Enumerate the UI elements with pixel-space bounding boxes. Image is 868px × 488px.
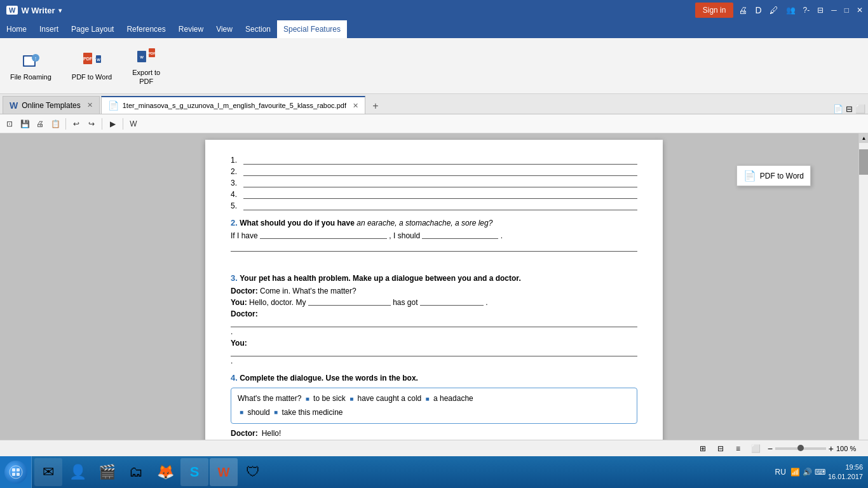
scrollbar-right[interactable]: ▲ ▼ xyxy=(858,133,868,488)
file-roaming-button[interactable]: ↑ File Roaming xyxy=(5,44,57,88)
svg-text:↑: ↑ xyxy=(34,55,37,62)
file-roaming-label: File Roaming xyxy=(10,73,51,81)
menu-bar: Home Insert Page Layout References Revie… xyxy=(0,20,868,38)
scroll-thumb[interactable] xyxy=(859,149,868,175)
main-area: 1. 2. 3. 4. 5. 2. What should you do if … xyxy=(0,133,868,488)
menu-page-layout[interactable]: Page Layout xyxy=(65,20,120,38)
writer-logo: W xyxy=(6,6,18,15)
view-normal[interactable]: ⊞ xyxy=(696,442,709,455)
document-page: 1. 2. 3. 4. 5. 2. What should you do if … xyxy=(205,140,663,478)
taskbar: ✉ 👤 🎬 🗂 🦊 S W 🛡 RU 📶 🔊 ⌨ xyxy=(0,456,868,488)
tab-online-templates[interactable]: W Online Templates ✕ xyxy=(3,96,100,114)
start-orb xyxy=(4,461,27,484)
left-border xyxy=(0,133,3,488)
menu-insert[interactable]: Insert xyxy=(33,20,65,38)
title-icon4[interactable]: 👥 xyxy=(783,6,798,15)
taskbar-app-wps[interactable]: W xyxy=(210,458,238,486)
taskbar-app-mail[interactable]: ✉ xyxy=(34,458,62,486)
exercise2: 2. What should you do if you have an ear… xyxy=(231,218,637,252)
tab-online-templates-icon: W xyxy=(10,100,18,111)
taskbar-app-files[interactable]: 🗂 xyxy=(122,458,150,486)
zoom-minus[interactable]: − xyxy=(768,444,773,454)
maximize-button[interactable]: □ xyxy=(842,6,851,15)
taskbar-right: RU 📶 🔊 ⌨ 19:56 16.01.2017 xyxy=(768,463,868,482)
menu-review[interactable]: Review xyxy=(172,20,210,38)
tool-undo[interactable]: ↩ xyxy=(69,117,83,131)
menu-references[interactable]: References xyxy=(120,20,172,38)
tab-action-2[interactable]: ⊟ xyxy=(846,104,853,114)
svg-rect-16 xyxy=(17,468,20,471)
dialogue1: Doctor: Come in. What's the matter? xyxy=(231,287,637,295)
export-to-pdf-icon: W → PDF xyxy=(136,46,156,66)
tab-pdf-close[interactable]: ✕ xyxy=(353,102,358,110)
menu-special-features[interactable]: Special Features xyxy=(277,20,347,38)
menu-view[interactable]: View xyxy=(210,20,239,38)
tabs-bar: W Online Templates ✕ 📄 1ter_minasova_s_g… xyxy=(0,94,868,114)
tool-nav[interactable]: W xyxy=(126,117,140,131)
pdf-to-word-button[interactable]: PDF → W PDF to Word xyxy=(67,44,117,88)
taskbar-app-skype[interactable]: S xyxy=(180,458,208,486)
taskbar-app-media[interactable]: 🎬 xyxy=(93,458,121,486)
list-item: 1. xyxy=(231,156,637,165)
svg-text:W: W xyxy=(140,55,144,59)
sign-in-button[interactable]: Sign in xyxy=(695,3,734,18)
exercise2-text: 2. What should you do if you have an ear… xyxy=(231,218,637,227)
sys-icons: RU 📶 🔊 ⌨ xyxy=(773,468,825,477)
taskbar-app-browser[interactable]: 🦊 xyxy=(151,458,179,486)
title-icon3[interactable]: 🖊 xyxy=(767,5,781,15)
word-box: What's the matter? ■ to be sick ■ have c… xyxy=(231,388,637,424)
list-item: 2. xyxy=(231,167,637,176)
ribbon: ↑ File Roaming PDF → W PDF to Word W → P… xyxy=(0,38,868,94)
toolbar-separator xyxy=(65,118,66,130)
menu-home[interactable]: Home xyxy=(0,20,33,38)
tool-print[interactable]: 🖨 xyxy=(33,117,47,131)
exercise3-text: 3. Your pet has a health problem. Make u… xyxy=(231,273,637,283)
tool-new[interactable]: ⊡ xyxy=(3,117,17,131)
writer-label: W Writer xyxy=(21,6,55,15)
tab-action-1[interactable]: 📄 xyxy=(833,104,843,114)
icon-button[interactable]: 🖨 xyxy=(736,5,750,15)
taskbar-app-user[interactable]: 👤 xyxy=(64,458,92,486)
start-button[interactable] xyxy=(0,456,32,488)
tool-redo[interactable]: ↪ xyxy=(85,117,98,131)
zoom-control: − + 100 % xyxy=(768,444,862,454)
tab-online-templates-label: Online Templates xyxy=(22,101,81,110)
zoom-thumb xyxy=(797,445,804,451)
close-button[interactable]: ✕ xyxy=(854,6,865,15)
scroll-up-arrow[interactable]: ▲ xyxy=(859,133,868,143)
tab-online-templates-close[interactable]: ✕ xyxy=(87,101,93,109)
exercise1-list: 1. 2. 3. 4. 5. xyxy=(231,156,637,210)
zoom-level: 100 % xyxy=(836,445,862,452)
toolbar-separator-2 xyxy=(102,118,102,130)
tab-add-button[interactable]: + xyxy=(367,98,384,114)
lang-indicator: RU xyxy=(773,468,788,477)
file-roaming-icon: ↑ xyxy=(20,50,41,71)
tool-clipboard[interactable]: 📋 xyxy=(48,117,62,131)
pdf-to-word-icon: PDF → W xyxy=(82,50,102,71)
taskbar-app-shield[interactable]: 🛡 xyxy=(239,458,267,486)
zoom-slider[interactable] xyxy=(775,447,826,450)
tab-pdf-doc[interactable]: 📄 1ter_minasova_s_g_uzunova_l_m_english_… xyxy=(101,96,365,114)
clock-date: 16.01.2017 xyxy=(828,472,863,482)
view-outline[interactable]: ≡ xyxy=(732,442,745,455)
view-full[interactable]: ⬜ xyxy=(750,442,763,455)
minimize-button[interactable]: ─ xyxy=(829,6,839,15)
svg-text:PDF: PDF xyxy=(83,57,93,61)
title-help[interactable]: ?- xyxy=(801,6,813,15)
zoom-plus[interactable]: + xyxy=(829,444,834,454)
tool-save[interactable]: 💾 xyxy=(18,117,32,131)
export-to-pdf-button[interactable]: W → PDF Export toPDF xyxy=(127,44,165,88)
list-item: 5. xyxy=(231,201,637,210)
list-item: 4. xyxy=(231,190,637,199)
title-restore[interactable]: ⊟ xyxy=(815,6,826,15)
title-icon2[interactable]: D xyxy=(752,5,764,15)
clock-time: 19:56 xyxy=(845,463,863,472)
dialogue5: Doctor: Hello! xyxy=(231,429,637,438)
view-web[interactable]: ⊟ xyxy=(714,442,727,455)
tab-action-3[interactable]: ⬜ xyxy=(855,104,865,114)
tool-extra[interactable]: ▶ xyxy=(105,117,119,131)
writer-menu-button[interactable]: W W Writer xyxy=(0,0,68,20)
export-to-pdf-label: Export toPDF xyxy=(132,69,160,85)
menu-section[interactable]: Section xyxy=(239,20,277,38)
exercise2-fill: If I have , I should . xyxy=(231,231,637,240)
